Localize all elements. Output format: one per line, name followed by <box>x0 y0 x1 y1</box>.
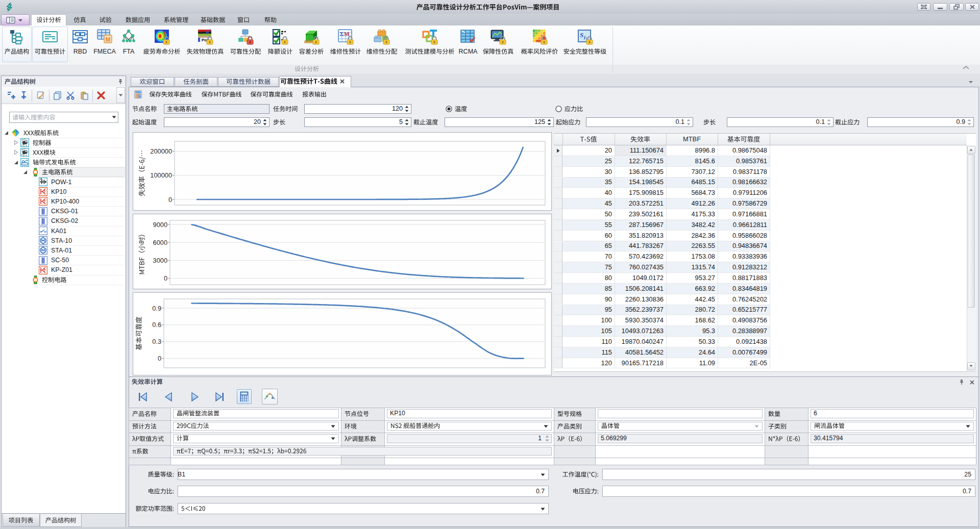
svg-text:S: S <box>580 31 583 39</box>
svg-text:M: M <box>344 31 350 37</box>
svg-text:M: M <box>106 36 111 43</box>
svg-text:Σ: Σ <box>340 31 344 37</box>
